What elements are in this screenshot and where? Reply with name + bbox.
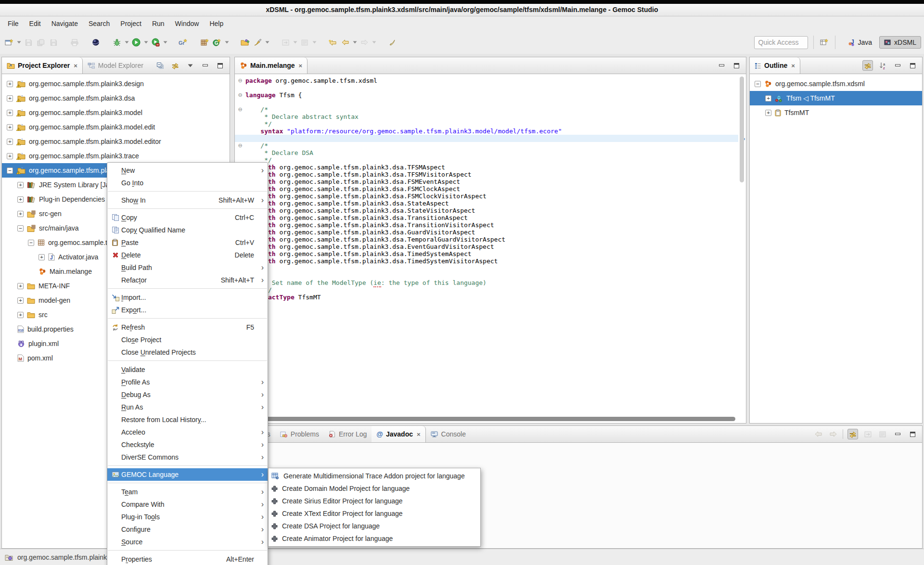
code-line[interactable]: with org.gemoc.sample.tfsm.plaink3.dsa.F… — [235, 193, 738, 200]
expand-toggle[interactable]: + — [17, 312, 24, 318]
submenu-item-generate-multidimensional-trace-addon-project-for-language[interactable]: Generate Multidimensional Trace Addon pr… — [269, 470, 480, 482]
menu-item-checkstyle[interactable]: Checkstyle› — [107, 438, 268, 451]
code-line[interactable]: ⊖ /* — [235, 106, 738, 113]
code-line[interactable]: * Set name of the ModelType (ie: the typ… — [235, 279, 738, 286]
expand-toggle[interactable]: + — [7, 153, 13, 159]
tree-item-org-gemoc-sample-tfsm-plaink3-trace[interactable]: +org.gemoc.sample.tfsm.plaink3.trace — [2, 149, 230, 163]
code-line[interactable]: */ — [235, 286, 738, 294]
menu-item-build-path[interactable]: Build Path› — [107, 261, 268, 274]
code-line[interactable]: */ — [235, 156, 738, 164]
close-icon[interactable]: × — [299, 62, 303, 69]
tree-item-org-gemoc-sample-tfsm-plaink3-design[interactable]: +org.gemoc.sample.tfsm.plaink3.design — [2, 77, 230, 91]
new-wizard-menu-icon[interactable] — [15, 35, 22, 50]
menu-file[interactable]: File — [2, 17, 24, 30]
code-line[interactable]: with org.gemoc.sample.tfsm.plaink3.dsa.T… — [235, 221, 738, 229]
collapse-toggle[interactable]: − — [17, 225, 24, 231]
tree-item-tfsm-tfsmmt[interactable]: +Tfsm ◁ TfsmMT — [750, 91, 922, 105]
code-line[interactable]: with org.gemoc.sample.tfsm.plaink3.dsa.T… — [235, 164, 738, 171]
fold-toggle[interactable]: ⊖ — [235, 91, 245, 99]
code-line[interactable]: with org.gemoc.sample.tfsm.plaink3.dsa.E… — [235, 243, 738, 250]
expand-toggle[interactable]: + — [17, 196, 24, 203]
code-line[interactable]: ⊖ /* — [235, 272, 738, 279]
minimize-icon[interactable] — [200, 60, 210, 71]
menu-help[interactable]: Help — [204, 17, 229, 30]
link-with-editor-icon[interactable] — [847, 429, 858, 439]
open-melange-element-icon[interactable] — [239, 35, 251, 50]
menu-item-profile-as[interactable]: Profile As› — [107, 376, 268, 388]
editor-horizontal-scrollbar[interactable] — [236, 417, 735, 421]
tab-console[interactable]: Console — [426, 426, 471, 442]
expand-toggle[interactable]: + — [7, 110, 13, 116]
submenu-item-create-sirius-editor-project-for-language[interactable]: Create Sirius Editor Project for languag… — [269, 495, 480, 507]
perspective-xdsml-button[interactable]: xDSML — [879, 36, 921, 49]
new-class-icon[interactable]: G — [211, 35, 223, 50]
expand-toggle[interactable]: + — [7, 124, 13, 130]
menu-item-import[interactable]: Import... — [107, 291, 268, 304]
code-line[interactable]: with org.gemoc.sample.tfsm.plaink3.dsa.F… — [235, 185, 738, 193]
menu-item-team[interactable]: Team› — [107, 486, 268, 498]
code-line[interactable]: * Declare DSA — [235, 149, 738, 156]
menu-item-export[interactable]: Export... — [107, 304, 268, 316]
tree-item-org-gemoc-sample-tfsm-plaink3-dsa[interactable]: +org.gemoc.sample.tfsm.plaink3.dsa — [2, 91, 230, 105]
debug-menu-icon[interactable] — [123, 35, 130, 50]
tab-outline[interactable]: Outline × — [750, 57, 800, 74]
menu-item-delete[interactable]: DeleteDelete — [107, 249, 268, 261]
code-line[interactable]: with org.gemoc.sample.tfsm.plaink3.dsa.T… — [235, 257, 738, 265]
menu-item-diverse-commons[interactable]: DiverSE Commons› — [107, 451, 268, 463]
collapse-toggle[interactable]: − — [28, 240, 34, 246]
menu-item-restore-from-local-history[interactable]: Restore from Local History... — [107, 413, 268, 426]
code-line[interactable]: ⊖package org.gemoc.sample.tfsm.xdsml — [235, 77, 738, 84]
menu-item-plug-in-tools[interactable]: Plug-in Tools› — [107, 511, 268, 523]
external-tools-icon[interactable] — [149, 35, 162, 50]
submenu-item-create-xtext-editor-project-for-language[interactable]: Create XText Editor Project for language — [269, 507, 480, 520]
last-edit-location-icon[interactable] — [326, 35, 339, 50]
menu-item-close-unrelated-projects[interactable]: Close Unrelated Projects — [107, 346, 268, 359]
back-menu-icon[interactable] — [351, 35, 358, 50]
maximize-icon[interactable] — [907, 429, 918, 439]
code-line[interactable]: * Declare abstract syntax — [235, 113, 738, 120]
submenu-item-create-domain-model-project-for-language[interactable]: Create Domain Model Project for language — [269, 482, 480, 495]
tree-item-org-gemoc-sample-tfsm-plaink3-model[interactable]: +org.gemoc.sample.tfsm.plaink3.model — [2, 105, 230, 120]
tree-item-org-gemoc-sample-tfsm-xdsml[interactable]: −org.gemoc.sample.tfsm.xdsml — [750, 77, 922, 91]
format-brush-icon[interactable] — [251, 35, 264, 50]
run-icon[interactable] — [130, 35, 142, 50]
expand-toggle[interactable]: + — [17, 297, 24, 304]
menu-item-paste[interactable]: PasteCtrl+V — [107, 236, 268, 249]
menu-item-compare-with[interactable]: Compare With› — [107, 498, 268, 511]
menu-item-gemoc-language[interactable]: GEMOC Language› — [107, 468, 268, 481]
mark-occurrences-icon[interactable] — [386, 35, 398, 50]
code-line[interactable]: */ — [235, 120, 738, 128]
menu-item-refactor[interactable]: RefactorShift+Alt+T› — [107, 274, 268, 286]
menu-edit[interactable]: Edit — [24, 17, 46, 30]
menu-item-copy[interactable]: CopyCtrl+C — [107, 211, 268, 224]
new-java-project-icon[interactable] — [198, 35, 211, 50]
tree-item-tfsmmt[interactable]: +TfsmMT — [750, 105, 922, 120]
link-with-editor-icon[interactable] — [862, 60, 873, 71]
menu-item-run-as[interactable]: Run As› — [107, 401, 268, 413]
tree-item-org-gemoc-sample-tfsm-plaink3-model-editor[interactable]: +org.gemoc.sample.tfsm.plaink3.model.edi… — [2, 134, 230, 149]
code-line[interactable] — [235, 135, 738, 142]
menu-item-source[interactable]: Source› — [107, 536, 268, 548]
menu-item-acceleo[interactable]: Acceleo› — [107, 426, 268, 438]
fold-toggle[interactable]: ⊖ — [235, 77, 245, 84]
menu-item-new[interactable]: New› — [107, 164, 268, 177]
expand-toggle[interactable]: + — [765, 95, 771, 102]
menu-item-validate[interactable]: Validate — [107, 363, 268, 376]
menu-run[interactable]: Run — [147, 17, 170, 30]
fold-toggle[interactable]: ⊖ — [235, 106, 245, 113]
sort-icon[interactable]: az — [877, 60, 888, 71]
menu-search[interactable]: Search — [83, 17, 115, 30]
code-line[interactable]: with org.gemoc.sample.tfsm.plaink3.dsa.S… — [235, 200, 738, 207]
code-line[interactable]: ⊖ /* — [235, 142, 738, 149]
minimize-icon[interactable] — [892, 429, 903, 439]
expand-toggle[interactable]: + — [17, 283, 24, 289]
code-line[interactable]: with org.gemoc.sample.tfsm.plaink3.dsa.T… — [235, 171, 738, 178]
tab-javadoc[interactable]: @Javadoc× — [372, 426, 425, 442]
code-line[interactable]: with org.gemoc.sample.tfsm.plaink3.dsa.T… — [235, 236, 738, 243]
editor-vertical-scrollbar[interactable] — [740, 77, 744, 182]
maximize-icon[interactable] — [215, 60, 225, 71]
menu-item-close-project[interactable]: Close Project — [107, 334, 268, 346]
tab-error-log[interactable]: Error Log — [324, 426, 372, 442]
close-icon[interactable]: × — [74, 62, 77, 69]
minimize-icon[interactable] — [892, 60, 903, 71]
